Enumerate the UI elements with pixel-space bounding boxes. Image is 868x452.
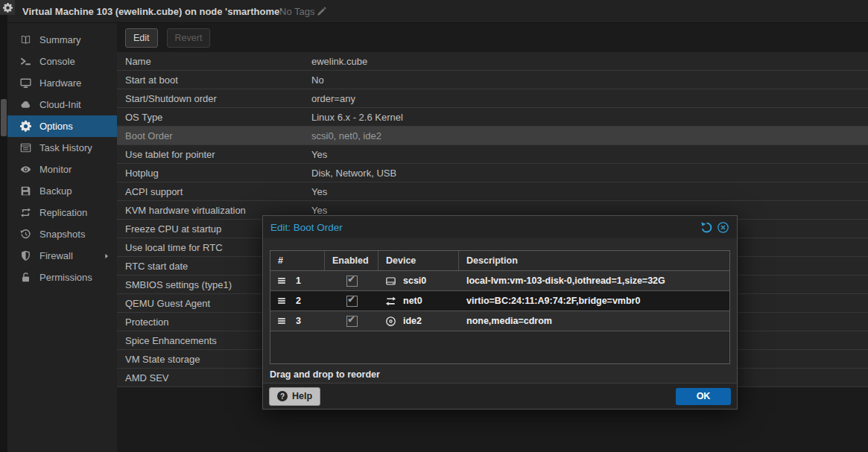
enabled-checkbox[interactable] [346,316,358,327]
sidebar-item-hardware[interactable]: Hardware [7,72,117,94]
option-row[interactable]: Start at bootNo [117,71,868,89]
device-name: scsi0 [403,276,426,286]
enabled-checkbox[interactable] [346,276,358,287]
device-name: net0 [403,296,422,306]
strip-scroll-thumb[interactable] [1,99,7,136]
dialog-footer: ? Help OK [263,383,737,409]
column-header-order[interactable]: # [270,251,325,270]
device-name: ide2 [403,316,422,326]
drag-handle-icon[interactable] [276,316,287,326]
sidebar-item-replication[interactable]: Replication [7,202,117,223]
boot-order-row[interactable]: 2net0virtio=BC:24:11:A9:74:2F,bridge=vmb… [270,291,729,311]
sidebar-item-label: Firewall [39,250,73,261]
cdrom-icon [385,316,396,327]
book-icon [20,34,31,45]
option-label: Use tablet for pointer [117,145,311,163]
corner-gear-button[interactable] [0,0,15,15]
drag-handle-icon[interactable] [276,276,287,286]
option-row[interactable]: ACPI supportYes [117,182,868,201]
undo-icon[interactable] [700,221,713,234]
device-description: virtio=BC:24:11:A9:74:2F,bridge=vmbr0 [459,291,729,311]
edit-button[interactable]: Edit [125,28,158,48]
close-icon[interactable] [717,221,729,234]
option-label: Hotplug [117,164,311,182]
dialog-header: Edit: Boot Order [263,216,737,238]
list-icon [20,142,31,153]
help-button-label: Help [292,391,312,401]
sidebar-item-label: Summary [39,34,81,45]
unlock-icon [20,272,31,283]
option-value: Disk, Network, USB [311,164,868,182]
sidebar-item-summary[interactable]: Summary [7,29,117,51]
option-row[interactable]: Start/Shutdown orderorder=any [117,89,868,108]
edit-boot-order-dialog: Edit: Boot Order # Enabled Device Descri… [262,215,738,410]
option-label: OS Type [117,108,311,126]
enabled-checkbox[interactable] [346,296,358,307]
sidebar-item-cloud-init[interactable]: Cloud-Init [7,94,117,115]
option-label: ACPI support [117,182,311,200]
sidebar-item-backup[interactable]: Backup [7,180,117,202]
option-value: Yes [311,145,868,163]
sidebar-item-console[interactable]: Console [7,51,117,72]
column-header-description[interactable]: Description [459,251,729,270]
sidebar-item-label: Cloud-Init [39,99,81,110]
sidebar-item-label: Replication [39,207,87,218]
sidebar-item-label: Hardware [39,77,81,89]
ok-button[interactable]: OK [676,388,731,405]
option-row[interactable]: Boot Orderscsi0, net0, ide2 [117,127,868,145]
option-label: Start/Shutdown order [117,89,311,107]
column-header-device[interactable]: Device [378,251,459,270]
sidebar-item-monitor[interactable]: Monitor [7,159,117,180]
terminal-icon [20,56,31,67]
option-row[interactable]: HotplugDisk, Network, USB [117,164,868,182]
sidebar-item-firewall[interactable]: Firewall [7,245,117,267]
sidebar-item-label: Snapshots [39,229,85,240]
exchange-icon [385,296,396,307]
option-label: Name [117,52,311,70]
sidebar: SummaryConsoleHardwareCloud-InitOptionsT… [7,23,117,452]
option-value: Linux 6.x - 2.6 Kernel [311,108,868,126]
page-title: Virtual Machine 103 (ewelink.cube) on no… [22,6,282,17]
eye-icon [20,164,31,175]
column-header-enabled[interactable]: Enabled [325,251,378,270]
sidebar-item-label: Backup [39,185,72,197]
sidebar-item-options[interactable]: Options [7,115,117,137]
option-row[interactable]: OS TypeLinux 6.x - 2.6 Kernel [117,108,868,127]
chevron-right-icon [103,252,110,260]
gear-icon [20,121,31,132]
sidebar-item-label: Monitor [39,164,72,175]
sidebar-item-task-history[interactable]: Task History [7,137,117,159]
boot-order-table: # Enabled Device Description 1scsi0local… [270,250,730,364]
drag-handle-icon[interactable] [276,296,287,306]
tags-edit[interactable]: No Tags [279,6,326,17]
device-description: none,media=cdrom [459,311,729,331]
sidebar-item-snapshots[interactable]: Snapshots [7,223,117,245]
sidebar-item-label: Task History [39,142,92,153]
boot-order-row[interactable]: 3ide2none,media=cdrom [270,311,729,331]
device-description: local-lvm:vm-103-disk-0,iothread=1,size=… [459,271,729,290]
tags-label: No Tags [279,6,314,17]
boot-table-rows: 1scsi0local-lvm:vm-103-disk-0,iothread=1… [270,271,729,331]
boot-order-row[interactable]: 1scsi0local-lvm:vm-103-disk-0,iothread=1… [270,271,729,291]
sidebar-item-label: Permissions [39,272,92,283]
options-toolbar: Edit Revert [117,23,868,52]
proxmox-vm-options-screen: Virtual Machine 103 (ewelink.cube) on no… [0,0,868,452]
option-row[interactable]: Use tablet for pointerYes [117,145,868,164]
option-value: Yes [311,182,868,200]
option-value: order=any [311,89,868,107]
help-button[interactable]: ? Help [269,387,320,406]
repeat-icon [20,207,31,218]
sidebar-item-label: Options [39,121,73,132]
option-value: No [311,71,868,89]
sidebar-item-permissions[interactable]: Permissions [7,267,117,288]
dialog-body: # Enabled Device Description 1scsi0local… [263,238,737,380]
display-icon [20,77,31,89]
drag-hint: Drag and drop to reorder [270,369,730,380]
shield-icon [20,250,31,261]
boot-order-number: 3 [296,316,301,326]
option-value: scsi0, net0, ide2 [311,127,868,144]
collapsed-tree-strip [0,0,7,452]
option-row[interactable]: Nameewelink.cube [117,52,868,71]
cloud-icon [20,99,31,110]
revert-button[interactable]: Revert [167,28,211,48]
